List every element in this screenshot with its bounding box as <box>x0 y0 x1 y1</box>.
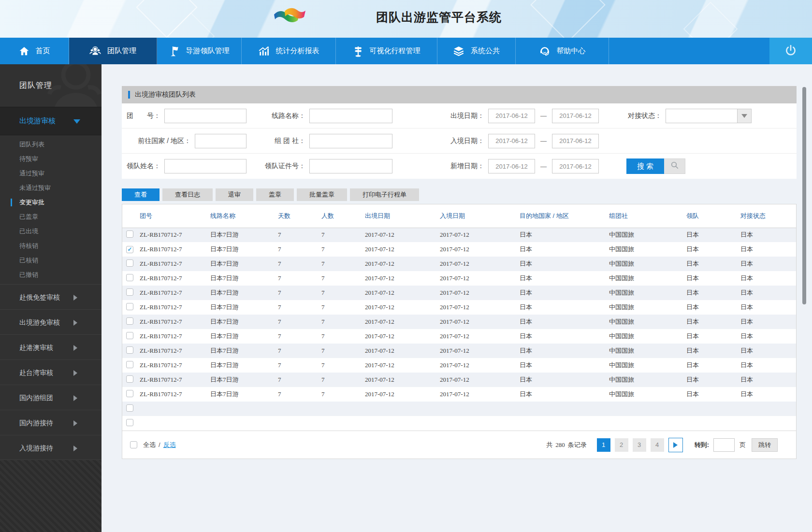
nav-item-label: 首页 <box>36 46 50 56</box>
table-row[interactable]: ✓ZL-RB170712-7日本7日游772017-07-122017-07-1… <box>122 242 796 257</box>
empty-table-row[interactable] <box>122 416 796 431</box>
toolbar-button-3[interactable]: 盖章 <box>256 188 294 201</box>
page-button-4[interactable]: 4 <box>651 438 664 452</box>
nav-item-layers[interactable]: 系统公共 <box>437 38 516 64</box>
table-row[interactable]: ZL-RB170712-7日本7日游772017-07-122017-07-12… <box>122 257 796 271</box>
table-cell: 日本 <box>686 315 740 329</box>
jump-button[interactable]: 跳转 <box>752 438 778 452</box>
table-row[interactable]: ZL-RB170712-7日本7日游772017-07-122017-07-12… <box>122 329 796 344</box>
row-checkbox[interactable] <box>126 317 133 325</box>
sidebar-subitem-3[interactable]: 未通过预审 <box>0 181 102 195</box>
added-date-to-input[interactable] <box>552 159 599 173</box>
total-count: 280 <box>555 441 565 449</box>
sidebar-group-3[interactable]: 赴台湾审核 <box>0 359 102 385</box>
depart-date-from-input[interactable] <box>488 109 535 123</box>
sidebar-group-1[interactable]: 出境游免审核 <box>0 309 102 334</box>
sidebar-subitem-7[interactable]: 待核销 <box>0 239 102 253</box>
row-checkbox[interactable] <box>126 332 133 339</box>
sidebar-group-6[interactable]: 入境游接待 <box>0 435 102 460</box>
toolbar-button-1[interactable]: 查看日志 <box>162 188 213 201</box>
row-checkbox[interactable] <box>126 230 133 238</box>
added-date-from-input[interactable] <box>488 159 535 173</box>
table-row[interactable]: ZL-RB170712-7日本7日游772017-07-122017-07-12… <box>122 228 796 242</box>
select-arrow-box[interactable] <box>737 109 752 123</box>
row-checkbox[interactable] <box>126 375 133 383</box>
agency-input[interactable] <box>309 134 392 148</box>
select-all-checkbox[interactable] <box>130 441 137 448</box>
table-row[interactable]: ZL-RB170712-7日本7日游772017-07-122017-07-12… <box>122 271 796 286</box>
table-row[interactable]: ZL-RB170712-7日本7日游772017-07-122017-07-12… <box>122 358 796 373</box>
search-button[interactable]: 搜 索 <box>626 158 664 174</box>
page-button-1[interactable]: 1 <box>597 438 610 452</box>
sidebar-subitem-2[interactable]: 通过预审 <box>0 166 102 181</box>
sidebar-group-0[interactable]: 赴俄免签审核 <box>0 284 102 309</box>
table-row[interactable]: ZL-RB170712-7日本7日游772017-07-122017-07-12… <box>122 286 796 300</box>
table-cell: 7 <box>321 242 365 257</box>
dock-status-select[interactable] <box>666 109 752 123</box>
invert-select-link[interactable]: 反选 <box>163 441 176 449</box>
sidebar-group-outbound-audit[interactable]: 出境游审核 <box>0 107 102 135</box>
sidebar-subitem-0[interactable]: 团队列表 <box>0 137 102 152</box>
table-cell: 7 <box>278 358 321 373</box>
row-checkbox[interactable] <box>126 419 133 426</box>
sidebar-subitem-5[interactable]: 已盖章 <box>0 210 102 224</box>
table-row[interactable]: ZL-RB170712-7日本7日游772017-07-122017-07-12… <box>122 373 796 387</box>
page-unit-label: 页 <box>740 441 746 449</box>
select-all-label[interactable]: 全选 <box>143 441 156 449</box>
depart-date-to-input[interactable] <box>552 109 599 123</box>
row-checkbox[interactable] <box>126 346 133 354</box>
row-checkbox[interactable]: ✓ <box>126 246 133 253</box>
logout-button[interactable] <box>769 38 812 64</box>
row-checkbox[interactable] <box>126 274 133 281</box>
table-row[interactable]: ZL-RB170712-7日本7日游772017-07-122017-07-12… <box>122 344 796 358</box>
sidebar-group-5[interactable]: 国内游接待 <box>0 410 102 435</box>
goto-page-input[interactable] <box>713 438 735 452</box>
page-scrollbar[interactable] <box>802 87 806 304</box>
sidebar-subitem-4[interactable]: 变更审批 <box>0 195 102 210</box>
leader-id-input[interactable] <box>309 159 392 173</box>
route-name-input[interactable] <box>309 109 392 123</box>
group-no-input[interactable] <box>164 109 246 123</box>
entry-date-from-input[interactable] <box>488 134 535 148</box>
nav-item-chart[interactable]: 统计分析报表 <box>242 38 336 64</box>
table-cell: 中国国旅 <box>609 242 686 257</box>
leader-name-input[interactable] <box>164 159 246 173</box>
table-cell: 2017-07-12 <box>365 329 440 344</box>
sidebar-subitem-1[interactable]: 待预审 <box>0 152 102 166</box>
content-area: 出境游审核团队列表 团 号： 线路名称： 出境日期： — <box>102 64 812 532</box>
next-page-button[interactable] <box>668 438 683 452</box>
nav-item-headset[interactable]: 帮助中心 <box>516 38 609 64</box>
sidebar-group-2[interactable]: 赴港澳审核 <box>0 334 102 359</box>
entry-date-to-input[interactable] <box>552 134 599 148</box>
toolbar-button-2[interactable]: 退审 <box>216 188 253 201</box>
sidebar-subitem-8[interactable]: 已核销 <box>0 253 102 268</box>
sidebar-subitem-6[interactable]: 已出境 <box>0 224 102 239</box>
nav-item-signpost[interactable]: 可视化行程管理 <box>336 38 437 64</box>
page-button-3[interactable]: 3 <box>633 438 646 452</box>
row-checkbox[interactable] <box>126 288 133 296</box>
nav-item-home[interactable]: 首页 <box>0 38 69 64</box>
table-cell: 日本 <box>520 228 609 242</box>
toolbar-button-4[interactable]: 批量盖章 <box>297 188 347 201</box>
row-checkbox[interactable] <box>126 404 133 412</box>
search-icon-button[interactable] <box>664 158 685 174</box>
row-checkbox[interactable] <box>126 361 133 368</box>
row-checkbox[interactable] <box>126 390 133 397</box>
dest-country-input[interactable] <box>195 134 246 148</box>
table-row[interactable]: ZL-RB170712-7日本7日游772017-07-122017-07-12… <box>122 387 796 402</box>
nav-item-team[interactable]: 团队管理 <box>69 38 157 64</box>
sidebar-subitem-9[interactable]: 已撤销 <box>0 268 102 282</box>
page-button-2[interactable]: 2 <box>615 438 628 452</box>
table-row[interactable]: ZL-RB170712-7日本7日游772017-07-122017-07-12… <box>122 315 796 329</box>
nav-item-flag[interactable]: 导游领队管理 <box>157 38 242 64</box>
row-checkbox[interactable] <box>126 259 133 267</box>
sidebar-group-4[interactable]: 国内游组团 <box>0 385 102 410</box>
empty-table-row[interactable] <box>122 402 796 416</box>
flag-icon <box>169 45 180 57</box>
row-checkbox[interactable] <box>126 303 133 310</box>
toolbar-button-0[interactable]: 查看 <box>122 188 160 201</box>
nav-item-label: 导游领队管理 <box>186 46 230 56</box>
table-cell: ZL-RB170712-7 <box>140 344 210 358</box>
table-row[interactable]: ZL-RB170712-7日本7日游772017-07-122017-07-12… <box>122 300 796 315</box>
toolbar-button-5[interactable]: 打印电子行程单 <box>350 188 419 201</box>
